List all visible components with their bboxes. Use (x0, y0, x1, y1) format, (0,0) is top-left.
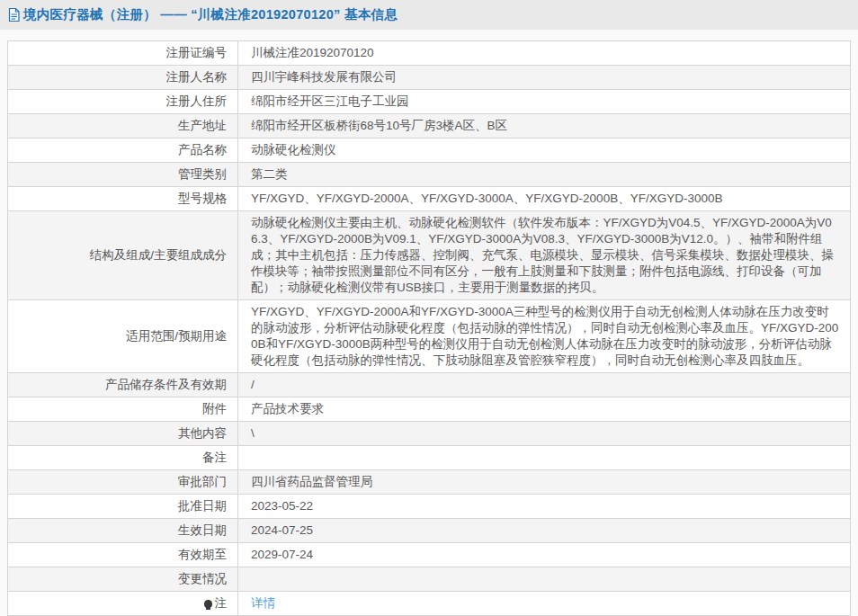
row-value: 第二类 (238, 163, 851, 187)
table-row: 附件产品技术要求 (8, 397, 851, 422)
info-table: 注册证编号川械注准20192070120注册人名称四川宇峰科技发展有限公司注册人… (7, 40, 851, 616)
row-value: 川械注准20192070120 (238, 41, 851, 66)
row-label: 注册证编号 (8, 41, 238, 66)
registration-detail-page: 境内医疗器械（注册） —— “川械注准20192070120” 基本信息 注册证… (0, 0, 858, 616)
row-value: 四川省药品监督管理局 (238, 470, 851, 495)
row-label: 结构及组成/主要组成成分 (8, 211, 238, 300)
row-value: YF/XGYD、YF/XGYD-2000A和YF/XGYD-3000A三种型号的… (238, 300, 851, 373)
row-value: 四川宇峰科技发展有限公司 (238, 66, 851, 90)
table-row: 生效日期2024-07-25 (8, 519, 851, 543)
table-row: 管理类别第二类 (8, 163, 851, 187)
row-value: 2029-07-24 (238, 543, 851, 567)
table-row: 结构及组成/主要组成成分动脉硬化检测仪主要由主机、动脉硬化检测软件（软件发布版本… (8, 211, 851, 300)
page-title: 境内医疗器械（注册） —— “川械注准20192070120” 基本信息 (23, 6, 398, 23)
detail-link[interactable]: 详情 (251, 596, 275, 610)
table-row: 产品储存条件及有效期/ (8, 373, 851, 397)
row-label: 注 (8, 592, 238, 616)
table-row: 注册人住所绵阳市经开区三江电子工业园 (8, 90, 851, 114)
row-value (238, 567, 851, 592)
row-label: 生效日期 (8, 519, 238, 543)
table-row: 有效期至2029-07-24 (8, 543, 851, 567)
table-row: 产品名称动脉硬化检测仪 (8, 138, 851, 163)
row-label: 产品名称 (8, 138, 238, 163)
row-value: 绵阳市经开区板桥街68号10号厂房3楼A区、B区 (238, 114, 851, 138)
bulb-icon (204, 600, 212, 608)
info-table-body: 注册证编号川械注准20192070120注册人名称四川宇峰科技发展有限公司注册人… (8, 41, 851, 616)
row-value: \ (238, 422, 851, 446)
row-label: 注册人住所 (8, 90, 238, 114)
table-row: 变更情况 (8, 567, 851, 592)
row-value: 2024-07-25 (238, 519, 851, 543)
table-row: 审批部门四川省药品监督管理局 (8, 470, 851, 495)
row-label: 变更情况 (8, 567, 238, 592)
row-value: / (238, 373, 851, 397)
row-value: 2023-05-22 (238, 495, 851, 519)
table-row: 生产地址绵阳市经开区板桥街68号10号厂房3楼A区、B区 (8, 114, 851, 138)
document-icon (8, 8, 20, 22)
table-row: 注详情 (8, 592, 851, 616)
row-label: 产品储存条件及有效期 (8, 373, 238, 397)
row-value: 动脉硬化检测仪主要由主机、动脉硬化检测软件（软件发布版本：YF/XGYD为V04… (238, 211, 851, 300)
row-value (238, 446, 851, 470)
row-label: 有效期至 (8, 543, 238, 567)
row-value: 产品技术要求 (238, 397, 851, 422)
table-row: 型号规格YF/XGYD、YF/XGYD-2000A、YF/XGYD-3000A、… (8, 187, 851, 211)
table-row: 批准日期2023-05-22 (8, 495, 851, 519)
row-label: 型号规格 (8, 187, 238, 211)
table-row: 适用范围/预期用途YF/XGYD、YF/XGYD-2000A和YF/XGYD-3… (8, 300, 851, 373)
table-row: 其他内容\ (8, 422, 851, 446)
table-row: 注册人名称四川宇峰科技发展有限公司 (8, 66, 851, 90)
table-row: 注册证编号川械注准20192070120 (8, 41, 851, 66)
row-label: 其他内容 (8, 422, 238, 446)
table-row: 备注 (8, 446, 851, 470)
row-value: 详情 (238, 592, 851, 616)
row-label: 管理类别 (8, 163, 238, 187)
page-header: 境内医疗器械（注册） —— “川械注准20192070120” 基本信息 (0, 0, 858, 30)
row-value: 动脉硬化检测仪 (238, 138, 851, 163)
row-label: 批准日期 (8, 495, 238, 519)
row-value: 绵阳市经开区三江电子工业园 (238, 90, 851, 114)
row-label: 备注 (8, 446, 238, 470)
row-label: 附件 (8, 397, 238, 422)
row-label: 适用范围/预期用途 (8, 300, 238, 373)
row-label: 审批部门 (8, 470, 238, 495)
row-label: 注册人名称 (8, 66, 238, 90)
row-label: 生产地址 (8, 114, 238, 138)
row-value: YF/XGYD、YF/XGYD-2000A、YF/XGYD-3000A、YF/X… (238, 187, 851, 211)
